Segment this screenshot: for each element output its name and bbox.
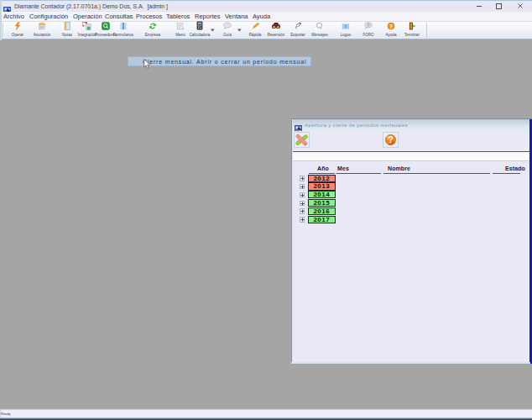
svg-text:?: ? [388,134,394,144]
svg-text:?: ? [389,23,393,29]
